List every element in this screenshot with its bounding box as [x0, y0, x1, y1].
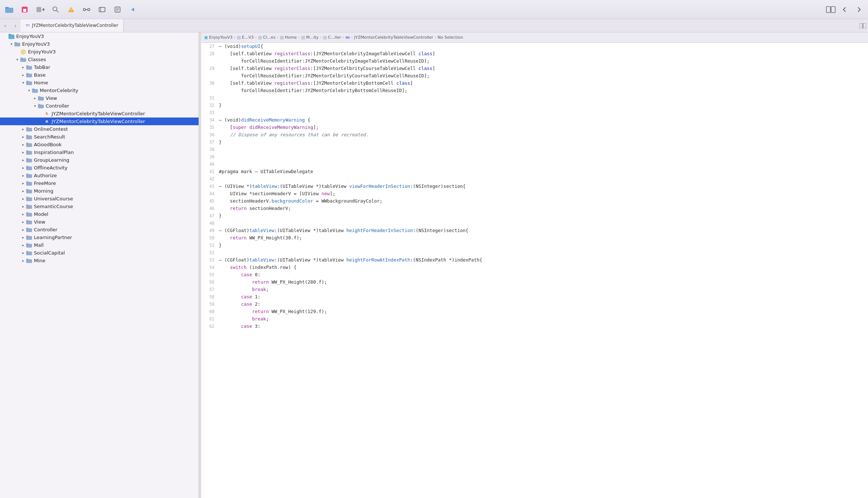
breadcrumb-folder-5[interactable]: ▤ C...ller: [323, 35, 341, 40]
code-line[interactable]: 27– (void)setupUI{: [201, 43, 868, 50]
sidebar-item-grouplearning[interactable]: GroupLearning: [0, 156, 199, 164]
code-line[interactable]: 42: [201, 175, 868, 183]
snippet-icon[interactable]: [113, 5, 122, 14]
code-line[interactable]: 28 [self.tableView registerClass:[JYZMen…: [201, 50, 868, 57]
code-line[interactable]: 60 return WW_PX_Height(129.f);: [201, 308, 868, 315]
sidebar-item-authorize[interactable]: Authorize: [0, 172, 199, 179]
sidebar-item-home[interactable]: Home: [0, 79, 199, 87]
code-line[interactable]: 54 switch (indexPath.row) {: [201, 264, 868, 271]
breadcrumb-folder-2[interactable]: ▤ Cl...es: [258, 35, 275, 40]
sidebar-item-mall[interactable]: Mall: [0, 241, 199, 249]
svg-rect-39: [32, 88, 35, 90]
sidebar-item-onlinecontest[interactable]: OnlineContest: [0, 125, 199, 133]
sidebar-item-semanticcourse[interactable]: SemanticCourse: [0, 203, 199, 210]
layout-toggle-icon[interactable]: [826, 5, 836, 14]
code-line[interactable]: 39: [201, 153, 868, 161]
line-content: case 1:: [219, 293, 868, 301]
sidebar-item-freemore[interactable]: FreeMore: [0, 179, 199, 187]
sidebar-item-view2[interactable]: View: [0, 218, 199, 226]
sidebar-item-controller2[interactable]: Controller: [0, 226, 199, 234]
warning-icon[interactable]: !: [66, 5, 76, 14]
chevron-searchresult: [21, 134, 26, 140]
sidebar-item-mentorcelebrity[interactable]: MentorCelebrity: [0, 87, 199, 94]
breadcrumb-folder-4[interactable]: ▤ M...ity: [301, 35, 319, 40]
svg-rect-1: [5, 7, 9, 8]
search-icon[interactable]: [51, 5, 60, 14]
sidebar-item-offlineactivity[interactable]: OfflineActivity: [0, 164, 199, 172]
code-line[interactable]: 58 case 1:: [201, 293, 868, 301]
code-line[interactable]: 43– (UIView *)tableView:(UITableView *)t…: [201, 183, 868, 190]
folder-icon[interactable]: [4, 5, 14, 14]
sidebar-item-socialcapital[interactable]: SocialCapital: [0, 249, 199, 257]
sidebar-item-universalcourse[interactable]: UniversalCourse: [0, 195, 199, 203]
code-line[interactable]: 37}: [201, 138, 868, 146]
code-line[interactable]: 46 return sectionHeaderV;: [201, 205, 868, 212]
code-line[interactable]: 35 [super didReceiveMemoryWarning];: [201, 124, 868, 131]
sidebar-item-jyz-impl[interactable]: mJYZMentorCelebrityTableViewController: [0, 118, 199, 125]
sidebar-item-mine[interactable]: Mine: [0, 257, 199, 264]
code-editor[interactable]: 27– (void)setupUI{28 [self.tableView reg…: [201, 43, 868, 498]
breadcrumb-folder-1[interactable]: ▤ E...V3: [237, 35, 253, 40]
code-line[interactable]: 30 [self.tableView registerClass:[JYZMen…: [201, 80, 868, 87]
code-line[interactable]: 44 UIView *sectionHeaderV = [UIView new]…: [201, 190, 868, 197]
code-line[interactable]: 48: [201, 220, 868, 227]
line-content: switch (indexPath.row) {: [219, 264, 868, 271]
sidebar-item-agoodbook[interactable]: AGoodBook: [0, 141, 199, 148]
back-nav-icon[interactable]: [840, 5, 850, 14]
code-line[interactable]: 47}: [201, 212, 868, 220]
breadcrumb-project[interactable]: ▣ EnjoyYouV3: [204, 35, 232, 40]
source-icon[interactable]: [82, 5, 91, 14]
code-line[interactable]: 51}: [201, 242, 868, 249]
breadcrumb-impl[interactable]: m: [346, 35, 350, 40]
sidebar-item-jyz-header[interactable]: hJYZMentorCelebrityTableViewController: [0, 110, 199, 118]
sidebar-item-searchresult[interactable]: SearchResult: [0, 133, 199, 141]
code-line[interactable]: 33: [201, 109, 868, 116]
tab-prev-btn[interactable]: ‹: [0, 19, 10, 32]
code-line[interactable]: 62 case 3:: [201, 323, 868, 330]
sidebar-item-tabbar[interactable]: TabBar: [0, 63, 199, 71]
code-line[interactable]: 56 return WW_PX_Height(280.f);: [201, 278, 868, 286]
split-editor-icon[interactable]: [858, 19, 868, 32]
sidebar-item-enjoyouv3-gear[interactable]: EnjoyYouV3: [0, 48, 199, 56]
code-line[interactable]: 50 return WW_PX_Height(30.f);: [201, 234, 868, 242]
code-line[interactable]: 31: [201, 94, 868, 102]
code-line[interactable]: 40: [201, 161, 868, 168]
build-icon[interactable]: [35, 5, 45, 14]
code-line[interactable]: 53– (CGFloat)tableView:(UITableView *)ta…: [201, 256, 868, 264]
sidebar-item-model[interactable]: Model: [0, 210, 199, 218]
code-line[interactable]: 52: [201, 249, 868, 256]
code-line[interactable]: forCellReuseIdentifier:JYZMentorCelbrity…: [201, 72, 868, 80]
sidebar-item-enjoyouv3-folder[interactable]: EnjoyYouV3: [0, 40, 199, 48]
code-line[interactable]: forCellReuseIdentifier:JYZMentorCelebrit…: [201, 57, 868, 65]
breadcrumb-selection[interactable]: No Selection: [438, 35, 463, 40]
sidebar-item-inspirationalplan[interactable]: InspirationalPlan: [0, 148, 199, 156]
code-line[interactable]: 36 // Dispose of any resources that can …: [201, 131, 868, 138]
code-line[interactable]: 49– (CGFloat)tableView:(UITableView *)ta…: [201, 227, 868, 234]
breadcrumb-class[interactable]: JYZMentorCelebrityTableViewController: [354, 35, 433, 40]
active-tab[interactable]: m JYZMentorCelebrityTableViewController: [21, 19, 124, 32]
breakpoint-icon[interactable]: [128, 5, 138, 14]
code-line[interactable]: 41#pragma mark – UITableViewDelegate: [201, 168, 868, 175]
forward-nav-icon[interactable]: [854, 5, 864, 14]
code-line[interactable]: 38: [201, 146, 868, 153]
code-line[interactable]: 32}: [201, 102, 868, 109]
sidebar-item-base[interactable]: Base: [0, 71, 199, 79]
sidebar-item-morning[interactable]: Morning: [0, 187, 199, 195]
code-line[interactable]: 29 [self.tableView registerClass:[JYZMen…: [201, 65, 868, 72]
stop-icon[interactable]: ■: [20, 5, 29, 14]
code-line[interactable]: forCellReuseIdentifier:JYZMentorCelebrit…: [201, 87, 868, 94]
sidebar-item-learningpartner[interactable]: LearningPartner: [0, 234, 199, 241]
breadcrumb-folder-3[interactable]: ▤ Home: [280, 35, 297, 40]
sidebar-item-controller[interactable]: Controller: [0, 102, 199, 110]
git-icon[interactable]: [97, 5, 107, 14]
code-line[interactable]: 57 break;: [201, 286, 868, 293]
sidebar-item-classes[interactable]: Classes: [0, 56, 199, 63]
code-line[interactable]: 55 case 0:: [201, 271, 868, 278]
code-line[interactable]: 59 case 2:: [201, 301, 868, 308]
code-line[interactable]: 45 sectionHeaderV.backgroundColor = WWba…: [201, 197, 868, 205]
code-line[interactable]: 61 break;: [201, 315, 868, 323]
tab-next-btn[interactable]: ›: [10, 19, 21, 32]
sidebar-item-enjoyouv3-root[interactable]: EnjoyYouV3: [0, 32, 199, 40]
code-line[interactable]: 34– (void)didReceiveMemoryWarning {: [201, 116, 868, 124]
sidebar-item-view[interactable]: View: [0, 94, 199, 102]
